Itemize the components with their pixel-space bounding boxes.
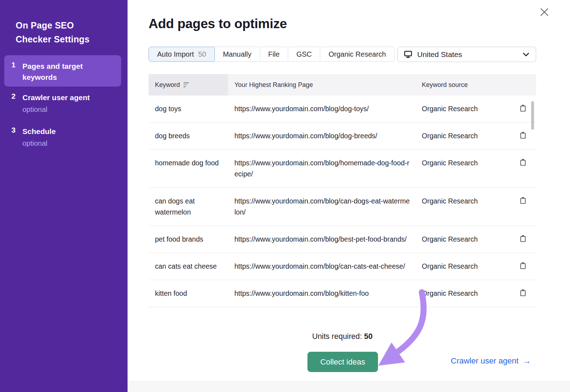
column-header-actions xyxy=(509,74,536,96)
column-header-keyword[interactable]: Keyword xyxy=(149,74,228,96)
step-number: 2 xyxy=(11,92,16,100)
table-row: can dogs eat watermelon https://www.your… xyxy=(149,188,536,226)
column-header-label: Your Highest Ranking Page xyxy=(234,81,313,89)
column-header-label: Keyword xyxy=(155,81,180,89)
delete-icon[interactable] xyxy=(519,262,527,270)
url-cell: https://www.yourdomain.com/blog/dog-bree… xyxy=(228,123,413,149)
url-cell: https://www.yourdomain.com/blog/homemade… xyxy=(228,150,413,187)
keyword-source-cell: Organic Research xyxy=(413,150,509,187)
tab-count-badge: 50 xyxy=(198,50,206,58)
table-row: dog toys https://www.yourdomain.com/blog… xyxy=(149,96,536,123)
country-dropdown[interactable]: United States xyxy=(397,47,536,62)
tab-label: Manually xyxy=(223,50,252,58)
tab-label: Organic Research xyxy=(328,50,386,58)
monitor-icon xyxy=(404,51,412,58)
keyword-source-cell: Organic Research xyxy=(413,123,509,149)
keyword-cell: kitten food xyxy=(149,280,228,307)
page-title: Add pages to optimize xyxy=(149,16,287,31)
arrow-right-icon: → xyxy=(523,356,531,366)
crawler-user-agent-link[interactable]: Crawler user agent → xyxy=(451,356,531,366)
tab-gsc[interactable]: GSC xyxy=(288,47,320,62)
url-cell: https://www.yourdomain.com/blog/best-pet… xyxy=(228,226,413,253)
url-cell: https://www.yourdomain.com/blog/can-cats… xyxy=(228,253,413,280)
units-required: Units required: 50 xyxy=(149,332,536,341)
url-cell: https://www.yourdomain.com/blog/kitten-f… xyxy=(228,280,413,307)
sidebar-step-schedule[interactable]: Schedule xyxy=(22,126,56,137)
keyword-source-cell: Organic Research xyxy=(413,188,509,226)
delete-icon[interactable] xyxy=(519,158,527,167)
step-number: 1 xyxy=(11,61,16,69)
table-row: dog breeds https://www.yourdomain.com/bl… xyxy=(149,123,536,150)
keyword-cell: dog toys xyxy=(149,96,228,122)
column-header-label: Keyword source xyxy=(422,81,468,89)
table-row: pet food brands https://www.yourdomain.c… xyxy=(149,226,536,253)
keywords-table: Keyword Your Highest Ranking Page Keywor… xyxy=(149,74,536,324)
next-link-label: Crawler user agent xyxy=(451,356,518,366)
settings-sidebar: On Page SEO Checker Settings 1 Pages and… xyxy=(0,0,128,392)
delete-icon[interactable] xyxy=(519,196,527,205)
keyword-source-cell: Organic Research xyxy=(413,280,509,307)
table-row: homemade dog food https://www.yourdomain… xyxy=(149,150,536,188)
units-label: Units required: xyxy=(312,332,362,341)
chevron-down-icon xyxy=(523,52,529,57)
delete-icon[interactable] xyxy=(519,234,527,243)
keyword-cell: can dogs eat watermelon xyxy=(149,188,228,226)
tab-label: Auto Import xyxy=(157,50,194,58)
table-row: kitten food https://www.yourdomain.com/b… xyxy=(149,280,536,307)
step-optional-label: optional xyxy=(22,105,47,114)
collect-ideas-button[interactable]: Collect ideas xyxy=(307,352,378,372)
units-value: 50 xyxy=(364,332,373,341)
column-header-keyword-source: Keyword source xyxy=(413,74,509,96)
step-number: 3 xyxy=(11,126,16,134)
modal-content: Add pages to optimize Auto Import 50 Man… xyxy=(128,0,570,392)
sort-icon xyxy=(183,82,189,87)
delete-icon[interactable] xyxy=(519,104,527,113)
column-header-ranking-page: Your Highest Ranking Page xyxy=(228,74,413,96)
step-optional-label: optional xyxy=(22,139,47,148)
table-bottom-fade xyxy=(149,313,536,324)
keyword-source-cell: Organic Research xyxy=(413,253,509,280)
keyword-cell: dog breeds xyxy=(149,123,228,149)
tab-label: File xyxy=(268,50,280,58)
country-dropdown-value: United States xyxy=(417,50,462,59)
tab-manually[interactable]: Manually xyxy=(215,47,260,62)
tab-file[interactable]: File xyxy=(260,47,288,62)
keyword-source-cell: Organic Research xyxy=(413,96,509,122)
table-row: can cats eat cheese https://www.yourdoma… xyxy=(149,253,536,280)
sidebar-step-pages-and-keywords[interactable]: 1 Pages and target keywords xyxy=(4,55,121,87)
step-label: Pages and target keywords xyxy=(22,61,101,83)
tab-auto-import[interactable]: Auto Import 50 xyxy=(149,47,215,62)
sidebar-step-crawler-user-agent[interactable]: Crawler user agent xyxy=(22,92,90,103)
url-cell: https://www.yourdomain.com/blog/can-dogs… xyxy=(228,188,413,226)
keyword-cell: can cats eat cheese xyxy=(149,253,228,280)
close-icon[interactable] xyxy=(537,5,551,19)
sidebar-title: On Page SEO Checker Settings xyxy=(16,19,98,46)
import-source-tabs: Auto Import 50 Manually File GSC Organic… xyxy=(149,47,394,62)
delete-icon[interactable] xyxy=(519,289,527,297)
keyword-source-cell: Organic Research xyxy=(413,226,509,253)
keyword-cell: homemade dog food xyxy=(149,150,228,187)
url-cell: https://www.yourdomain.com/blog/dog-toys… xyxy=(228,96,413,122)
table-scrollbar[interactable] xyxy=(531,101,534,130)
tab-label: GSC xyxy=(296,50,312,58)
keyword-cell: pet food brands xyxy=(149,226,228,253)
delete-icon[interactable] xyxy=(519,131,527,140)
tab-organic-research[interactable]: Organic Research xyxy=(320,47,394,62)
table-header-row: Keyword Your Highest Ranking Page Keywor… xyxy=(149,74,536,96)
page-background-strip xyxy=(128,381,570,392)
